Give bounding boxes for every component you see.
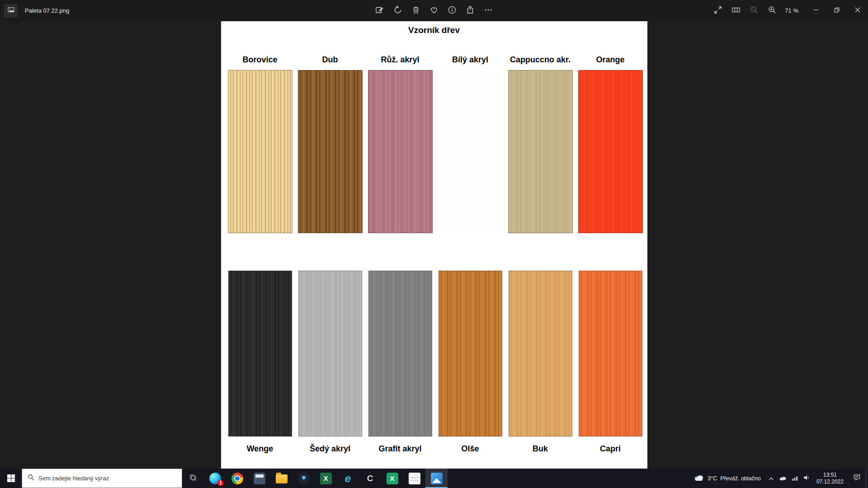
photos-titlebar: Paleta 07.22.png <box>0 0 868 21</box>
sample-label: Capri <box>579 444 642 454</box>
fullscreen-button[interactable] <box>709 0 727 21</box>
network-icon <box>792 474 798 483</box>
action-center-button[interactable] <box>848 469 866 488</box>
photo-canvas: Vzorník dřev Borovice Dub Růž. akryl Bíl… <box>0 21 868 469</box>
wood-swatch <box>368 70 433 233</box>
taskbar-app-excel[interactable] <box>315 469 337 488</box>
tray-network-button[interactable] <box>789 469 801 488</box>
zoom-out-button[interactable] <box>745 0 763 21</box>
cloud-icon <box>779 474 787 483</box>
clock-date: 07.12.2022 <box>816 479 844 485</box>
restore-icon <box>832 5 841 16</box>
filmstrip-button[interactable] <box>727 0 745 21</box>
taskbar-app-notepad[interactable] <box>403 469 425 488</box>
windows-taskbar: 1 3°C Převáž. oblačno <box>0 469 868 488</box>
zoom-in-button[interactable] <box>763 0 781 21</box>
rotate-button[interactable] <box>389 0 407 21</box>
more-button[interactable] <box>479 0 497 21</box>
favorite-button[interactable] <box>425 0 443 21</box>
share-button[interactable] <box>461 0 479 21</box>
clock-time: 13:51 <box>816 472 844 479</box>
wood-palette-image: Vzorník dřev Borovice Dub Růž. akryl Bíl… <box>221 21 647 469</box>
taskbar-app-chrome[interactable] <box>226 469 248 488</box>
edit-image-button[interactable] <box>371 0 389 21</box>
taskbar-app-calculator[interactable] <box>248 469 270 488</box>
taskbar-app-media[interactable] <box>292 469 315 488</box>
restore-button[interactable] <box>826 0 847 21</box>
minimize-button[interactable] <box>806 0 826 21</box>
calculator-icon <box>254 473 265 484</box>
taskbar-app-edge[interactable]: 1 <box>204 469 226 488</box>
sample-label: Wenge <box>228 444 292 454</box>
zoom-out-icon <box>750 5 759 16</box>
tray-volume-button[interactable] <box>801 469 812 488</box>
taskbar-app-photos[interactable] <box>425 469 448 488</box>
sample-label: Grafit akryl <box>368 444 432 454</box>
view-controls: 71 % <box>709 0 868 21</box>
chevron-up-icon <box>769 474 774 483</box>
trash-icon <box>411 5 420 16</box>
sample-label: Buk <box>509 444 572 454</box>
delete-button[interactable] <box>407 0 425 21</box>
zoom-in-icon <box>768 5 777 16</box>
task-view-button[interactable] <box>182 469 204 488</box>
file-title: Paleta 07.22.png <box>25 7 69 14</box>
task-view-icon <box>189 474 197 483</box>
weather-widget[interactable]: 3°C Převáž. oblačno <box>689 474 765 483</box>
sample-olse: Olše <box>439 271 502 454</box>
wood-swatch <box>439 271 502 436</box>
wood-swatch <box>228 271 292 436</box>
taskbar-search[interactable] <box>22 469 182 488</box>
wood-swatch <box>438 70 503 233</box>
taskbar-app-spreadsheet[interactable] <box>381 469 403 488</box>
sample-grafit-akryl: Grafit akryl <box>368 271 432 454</box>
excel-icon <box>320 473 332 484</box>
palette-bottom-row: Wenge Šedý akryl Grafit akryl Olše Buk C… <box>221 271 647 454</box>
show-desktop-button[interactable] <box>866 469 868 488</box>
c-app-icon <box>364 473 376 484</box>
spreadsheet-icon <box>387 473 398 484</box>
sample-bily-akryl: Bílý akryl <box>438 55 503 233</box>
taskbar-app-internet-explorer[interactable] <box>337 469 359 488</box>
sample-ruz-akryl: Růž. akryl <box>368 55 433 233</box>
sample-wenge: Wenge <box>228 271 292 454</box>
system-tray: 3°C Převáž. oblačno 13:51 07.12.2022 <box>689 469 868 488</box>
wood-swatch <box>228 70 292 233</box>
fullscreen-icon <box>713 5 722 16</box>
wood-swatch <box>509 271 572 436</box>
wood-swatch <box>578 70 643 233</box>
share-icon <box>466 5 475 16</box>
volume-icon <box>803 474 810 483</box>
close-button[interactable] <box>847 0 868 21</box>
sample-label: Cappuccno akr. <box>508 55 573 65</box>
internet-explorer-icon <box>342 473 354 484</box>
edit-image-icon <box>375 5 384 16</box>
taskbar-clock[interactable]: 13:51 07.12.2022 <box>812 472 848 485</box>
palette-top-row: Borovice Dub Růž. akryl Bílý akryl Cappu… <box>221 55 647 233</box>
zoom-level: 71 % <box>785 7 798 14</box>
sample-sedy-akryl: Šedý akryl <box>298 271 362 454</box>
weather-temp: 3°C <box>708 475 717 482</box>
show-hidden-icons-button[interactable] <box>765 469 777 488</box>
rotate-icon <box>393 5 402 16</box>
tray-onedrive-button[interactable] <box>777 469 789 488</box>
sample-capri: Capri <box>579 271 642 454</box>
wood-swatch <box>579 271 642 436</box>
start-button[interactable] <box>0 469 22 488</box>
sample-cappuccno: Cappuccno akr. <box>508 55 573 233</box>
notepad-icon <box>409 473 420 484</box>
info-button[interactable] <box>443 0 461 21</box>
taskbar-app-c[interactable] <box>359 469 381 488</box>
minimize-icon <box>811 5 821 16</box>
sample-label: Šedý akryl <box>298 444 362 454</box>
see-all-photos-button[interactable] <box>4 4 18 18</box>
photos-toolbar <box>371 0 497 21</box>
search-input[interactable] <box>38 475 174 482</box>
wood-swatch <box>298 70 363 233</box>
sample-borovice: Borovice <box>228 55 292 233</box>
action-center-icon <box>853 474 861 483</box>
photos-app-icon <box>431 473 443 484</box>
windows-logo-icon <box>7 474 15 482</box>
sample-label: Dub <box>298 55 363 65</box>
taskbar-app-file-explorer[interactable] <box>270 469 292 488</box>
